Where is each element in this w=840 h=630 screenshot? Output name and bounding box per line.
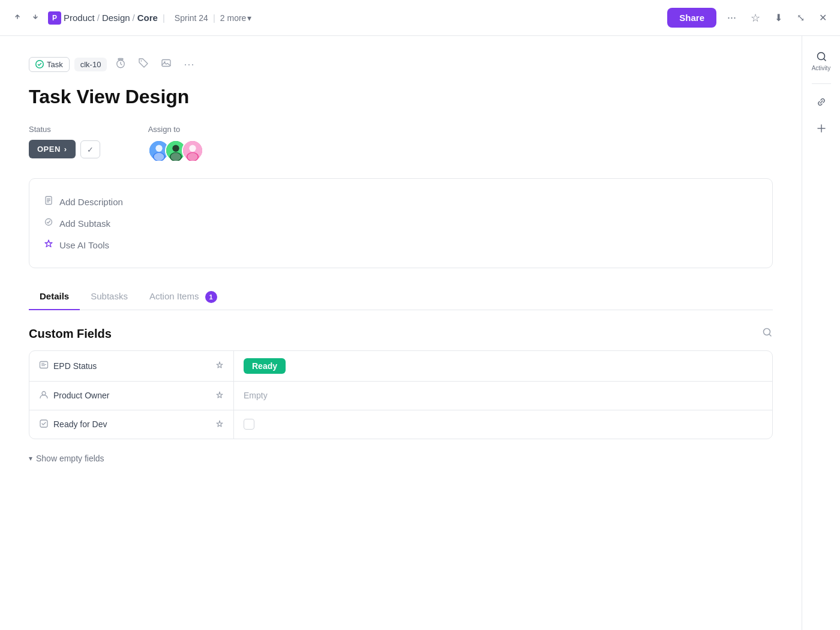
epd-status-name-cell: EPD Status xyxy=(29,351,233,381)
timer-icon xyxy=(115,58,126,68)
avatar-3[interactable] xyxy=(182,140,203,161)
link-sidebar-button[interactable] xyxy=(805,91,838,113)
tag-button[interactable] xyxy=(134,55,152,73)
table-row: Product Owner Empty xyxy=(29,382,772,410)
sprint-label: Sprint 24 xyxy=(175,13,208,23)
product-owner-value-cell[interactable]: Empty xyxy=(233,382,772,410)
add-subtask-item[interactable]: Add Subtask xyxy=(44,212,758,234)
breadcrumb: P Product / Design / Core | Sprint 24 | … xyxy=(48,11,251,25)
svg-point-7 xyxy=(155,145,162,152)
breadcrumb-core[interactable]: Core xyxy=(137,13,158,23)
product-owner-icon xyxy=(39,390,49,401)
svg-point-17 xyxy=(187,153,197,161)
star-button[interactable]: ☆ xyxy=(747,8,764,28)
plus-icon xyxy=(815,122,827,134)
breadcrumb-sep-2: / xyxy=(133,13,135,23)
nav-up-button[interactable] xyxy=(10,10,25,25)
topbar-right: Share ··· ☆ ⬇ ⤡ ✕ xyxy=(667,8,830,28)
search-sidebar-icon xyxy=(815,50,827,62)
checkmark-icon: ✓ xyxy=(87,145,94,154)
topbar: P Product / Design / Core | Sprint 24 | … xyxy=(0,0,840,36)
chevron-down-icon: ▾ xyxy=(29,454,32,463)
image-button[interactable] xyxy=(157,55,175,73)
svg-point-13 xyxy=(170,153,181,161)
add-sidebar-button[interactable] xyxy=(805,118,838,139)
epd-status-value: Ready xyxy=(244,358,286,374)
epd-status-pin[interactable] xyxy=(215,361,224,371)
ready-for-dev-name-cell: Ready for Dev xyxy=(29,410,233,439)
link-icon xyxy=(815,96,827,108)
search-icon xyxy=(762,327,773,338)
more-task-button[interactable]: ··· xyxy=(180,56,198,73)
breadcrumb-divider: | xyxy=(163,13,165,23)
task-id-badge: clk-10 xyxy=(74,58,107,71)
avatars-list xyxy=(148,140,203,161)
status-arrow-icon: › xyxy=(64,145,67,154)
minimize-icon: ⤡ xyxy=(797,13,805,23)
document-icon xyxy=(44,196,53,208)
layout: Task clk-10 ··· Task View Design Status xyxy=(0,36,840,630)
ready-for-dev-value-cell[interactable] xyxy=(233,410,772,439)
product-owner-pin[interactable] xyxy=(215,391,224,401)
breadcrumb-product[interactable]: Product xyxy=(64,13,95,23)
status-field-group: Status OPEN › ✓ xyxy=(29,125,100,161)
tab-details[interactable]: Details xyxy=(29,285,80,310)
image-icon xyxy=(161,58,172,68)
epd-status-value-cell[interactable]: Ready xyxy=(233,351,772,381)
status-button[interactable]: OPEN › xyxy=(29,140,76,158)
activity-sidebar-button[interactable]: Activity xyxy=(805,46,838,76)
svg-point-11 xyxy=(172,145,179,152)
svg-rect-1 xyxy=(118,59,123,60)
right-sidebar: Activity xyxy=(802,36,840,630)
description-card: Add Description Add Subtask Use AI Tools xyxy=(29,178,773,268)
custom-fields-table: EPD Status Ready Product Owner xyxy=(29,350,773,439)
share-button[interactable]: Share xyxy=(667,8,716,28)
breadcrumb-sep-1: / xyxy=(97,13,100,23)
action-items-badge: 1 xyxy=(205,291,217,303)
task-meta: Task clk-10 ··· xyxy=(29,55,773,73)
svg-rect-4 xyxy=(162,60,170,67)
timer-button[interactable] xyxy=(112,55,130,73)
task-title: Task View Design xyxy=(29,85,773,108)
svg-point-15 xyxy=(189,145,196,152)
ready-for-dev-icon xyxy=(39,419,49,430)
use-ai-tools-item[interactable]: Use AI Tools xyxy=(44,234,758,256)
product-owner-value: Empty xyxy=(244,391,268,400)
breadcrumb-design[interactable]: Design xyxy=(102,13,130,23)
svg-point-22 xyxy=(42,391,46,395)
epd-status-icon xyxy=(39,360,49,371)
subtask-icon xyxy=(44,217,53,229)
svg-rect-23 xyxy=(40,420,47,427)
download-icon: ⬇ xyxy=(775,13,782,23)
minimize-button[interactable]: ⤡ xyxy=(793,8,808,28)
custom-fields-title: Custom Fields xyxy=(29,327,112,341)
tabs: Details Subtasks Action Items 1 xyxy=(29,285,773,310)
check-circle-icon xyxy=(35,60,44,68)
svg-point-3 xyxy=(141,61,142,62)
tab-subtasks[interactable]: Subtasks xyxy=(80,285,139,310)
ready-for-dev-pin[interactable] xyxy=(215,419,224,430)
task-fields: Status OPEN › ✓ Assign to xyxy=(29,125,773,161)
custom-fields-search-button[interactable] xyxy=(762,327,773,341)
close-button[interactable]: ✕ xyxy=(815,8,830,28)
ready-for-dev-checkbox[interactable] xyxy=(244,419,254,430)
table-row: Ready for Dev xyxy=(29,410,772,439)
download-button[interactable]: ⬇ xyxy=(771,8,786,28)
dots-icon: ··· xyxy=(727,11,736,23)
topbar-nav xyxy=(10,10,43,25)
status-row: OPEN › ✓ xyxy=(29,140,100,158)
nav-down-button[interactable] xyxy=(28,10,43,25)
assign-field-group: Assign to xyxy=(148,125,203,161)
add-description-item[interactable]: Add Description xyxy=(44,191,758,212)
table-row: EPD Status Ready xyxy=(29,351,772,382)
user-3-avatar-img xyxy=(183,140,202,161)
more-breadcrumb-button[interactable]: 2 more ▾ xyxy=(220,13,252,23)
show-empty-fields[interactable]: ▾ Show empty fields xyxy=(29,451,773,466)
tag-icon xyxy=(138,58,149,68)
status-field-label: Status xyxy=(29,125,100,134)
status-check-button[interactable]: ✓ xyxy=(80,140,100,158)
more-options-button[interactable]: ··· xyxy=(724,8,740,28)
tab-action-items[interactable]: Action Items 1 xyxy=(139,285,228,310)
ai-icon xyxy=(44,239,53,251)
task-type-badge: Task xyxy=(29,57,70,72)
